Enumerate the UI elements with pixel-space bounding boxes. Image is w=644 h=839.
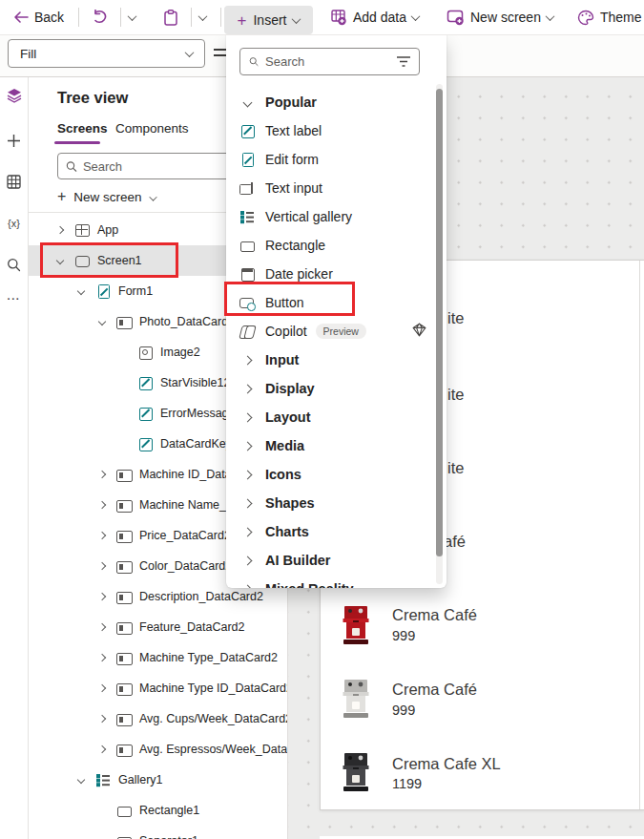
insert-menu-item[interactable]: Input [226,346,434,374]
search-rail-button[interactable] [5,255,24,274]
more-rail-button[interactable]: ··· [5,289,24,308]
property-selector[interactable]: Fill [8,39,205,68]
gallery-item-price[interactable]: 1199 [392,776,422,791]
menu-item-label: Display [265,381,315,396]
paste-dropdown-chevron[interactable] [199,0,206,34]
tree-chevron-icon[interactable] [98,562,106,570]
tree-chevron-icon[interactable] [98,471,106,478]
insert-menu-item[interactable]: Shapes [226,489,434,517]
tab-components[interactable]: Components [115,121,189,136]
tree-item-label: Feature_DataCard2 [139,620,244,634]
theme-button[interactable]: Theme [577,0,644,34]
new-screen-tree-button[interactable]: + New screen [57,186,156,207]
tree-row[interactable]: Avg. Cups/Week_DataCard2 [29,703,288,734]
tree-item-label: Gallery1 [118,773,163,787]
tree-chevron-icon[interactable] [77,776,85,784]
tree-chevron-icon[interactable] [98,501,106,509]
insert-menu-item[interactable]: Text label [226,116,434,145]
paste-icon [164,10,177,26]
undo-dropdown-chevron[interactable] [129,0,135,34]
new-screen-icon [447,10,465,26]
tree-item-label: Color_DataCard2 [139,559,232,573]
data-table-icon [7,175,21,189]
tree-row[interactable]: Rectangle1 [29,795,288,826]
tree-item-label: App [97,223,118,237]
insert-menu-item[interactable]: Popular [226,88,434,116]
tree-chevron-icon[interactable] [98,623,106,631]
gallery-item-title[interactable]: Crema Café [392,681,477,699]
menu-search-box[interactable] [239,48,420,75]
tree-chevron-icon[interactable] [98,715,106,723]
add-data-button[interactable]: Add data [330,0,419,34]
preview-badge: Preview [316,324,366,340]
insert-menu-item[interactable]: Mixed Reality [226,575,434,588]
data-rail-button[interactable] [5,172,24,191]
tree-view-rail-button[interactable] [5,86,24,105]
insert-menu-item[interactable]: Date picker [226,260,434,288]
tree-row[interactable]: Avg. Espressos/Week_DataCard2 [29,734,288,765]
new-screen-button[interactable]: New screen [447,0,553,34]
tree-row[interactable]: Machine Type_DataCard2 [29,642,288,673]
insert-menu-item[interactable]: Charts [226,517,434,546]
tab-screens[interactable]: Screens [57,121,108,136]
insert-menu-item[interactable]: Edit form [226,145,434,174]
insert-menu-item[interactable]: Display [226,374,434,403]
gallery-item-title[interactable]: Crema Cafe XL [392,755,501,773]
tree-row[interactable]: Separator1 [29,826,288,839]
menu-item-label: Media [265,438,304,453]
insert-menu-item[interactable]: Layout [226,403,434,431]
tree-chevron-icon[interactable] [98,745,106,753]
tree-chevron-icon[interactable] [98,532,106,539]
category-chevron-icon [242,527,252,536]
insert-menu-item[interactable]: Rectangle [226,231,434,260]
insert-menu-item[interactable]: Button [226,288,434,317]
menu-item-label: Popular [265,94,317,110]
tree-chevron-icon[interactable] [56,257,64,264]
insert-menu-item[interactable]: Text input [226,174,434,202]
insert-rail-button[interactable] [5,131,24,150]
tree-item-label: Photo_DataCard2 [139,315,235,328]
tree-chevron-icon[interactable] [98,318,106,325]
category-chevron-icon [242,412,252,422]
gallery-item-label-clipped: afé [444,533,466,551]
insert-button[interactable]: + Insert [224,6,313,34]
insert-menu-items: Popular Text label [226,88,434,588]
filter-icon[interactable] [397,56,410,67]
back-button[interactable]: Back [13,0,64,34]
variables-rail-button[interactable]: {x} [5,214,24,233]
tree-item-icon [116,650,132,665]
gallery-item-title[interactable]: Crema Café [392,606,477,624]
insert-menu-item[interactable]: Copilot Preview [226,317,434,346]
chevron-down-icon [128,11,137,21]
tree-chevron-icon[interactable] [98,684,106,692]
undo-button[interactable] [92,0,108,34]
category-chevron-icon [242,470,252,479]
insert-menu-item[interactable]: AI Builder [226,546,434,575]
tree-chevron-icon[interactable] [56,226,64,234]
insert-menu-item[interactable]: Media [226,431,434,460]
product-image-espresso-machine[interactable] [342,679,370,720]
product-image-espresso-machine[interactable] [342,605,370,646]
insert-menu-item[interactable]: Icons [226,460,434,489]
menu-search-input[interactable] [265,54,390,69]
gallery-item-price[interactable]: 999 [392,703,415,718]
new-screen-label: New screen [470,10,541,25]
paste-button[interactable] [164,0,177,34]
property-selector-value: Fill [20,47,36,61]
gallery-item-price[interactable]: 999 [392,628,415,643]
tree-item-icon [116,742,132,757]
tree-row[interactable]: Gallery1 [29,765,288,795]
tree-row[interactable]: Feature_DataCard2 [29,612,288,642]
tree-chevron-icon[interactable] [77,287,85,295]
tree-item-label: Screen1 [97,254,142,267]
active-tab-indicator [54,141,100,144]
product-image-espresso-machine[interactable] [342,752,370,793]
tree-chevron-icon[interactable] [98,593,106,600]
chevron-down-icon [198,11,208,21]
insert-menu-item[interactable]: Vertical gallery [226,202,434,231]
menu-scrollbar-thumb[interactable] [436,89,443,556]
back-arrow-icon [13,11,29,23]
tree-row[interactable]: Machine Type ID_DataCard2 [29,673,288,703]
tree-item-label: Separator1 [139,834,198,839]
tree-chevron-icon[interactable] [98,654,106,661]
